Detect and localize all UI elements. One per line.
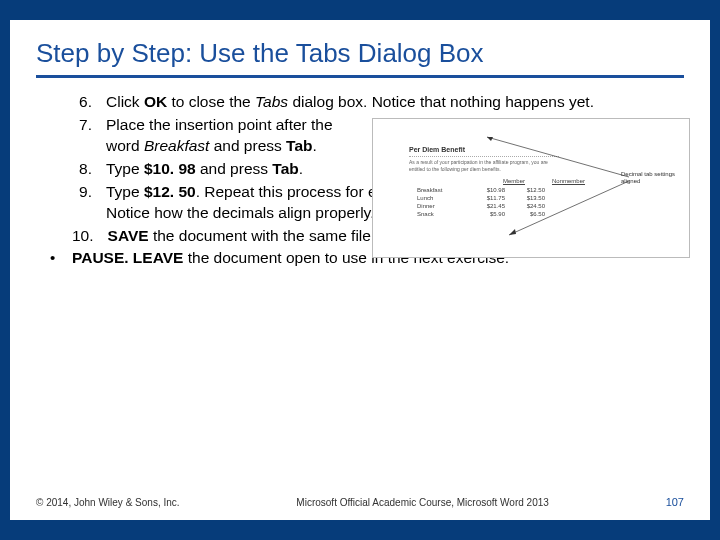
step-text: Click OK to close the Tabs dialog box. N… xyxy=(106,92,684,113)
table-row: Dinner$21.45$24.50 xyxy=(417,202,683,210)
footer: © 2014, John Wiley & Sons, Inc. Microsof… xyxy=(36,496,684,508)
figure-subtext: As a result of your participation in the… xyxy=(409,156,559,173)
figure: Per Diem Benefit As a result of your par… xyxy=(372,118,690,258)
step-number: 7. xyxy=(72,115,106,157)
slide-body: 6.Click OK to close the Tabs dialog box.… xyxy=(36,92,684,269)
figure-title: Per Diem Benefit xyxy=(409,145,683,154)
col-member: Member xyxy=(485,177,525,185)
step-number: 8. xyxy=(72,159,106,180)
copyright: © 2014, John Wiley & Sons, Inc. xyxy=(36,497,180,508)
step-number: 6. xyxy=(72,92,106,113)
slide-title: Step by Step: Use the Tabs Dialog Box xyxy=(36,38,684,78)
table-row: Lunch$11.75$13.50 xyxy=(417,194,683,202)
slide: Step by Step: Use the Tabs Dialog Box 6.… xyxy=(10,20,710,520)
svg-marker-3 xyxy=(509,229,516,235)
table-row: Snack$5.90$6.50 xyxy=(417,210,683,218)
step-item: 6.Click OK to close the Tabs dialog box.… xyxy=(72,92,684,113)
step-text: Type $10. 98 and press Tab. xyxy=(106,159,336,180)
table-row: Breakfast$10.98$12.50 xyxy=(417,186,683,194)
course-name: Microsoft Official Academic Course, Micr… xyxy=(296,497,549,508)
col-nonmember: Nonmember xyxy=(545,177,585,185)
step-number: 10. xyxy=(72,226,108,247)
figure-callout: Decimal tab settings aligned xyxy=(621,171,679,184)
step-number: 9. xyxy=(72,182,106,224)
page-number: 107 xyxy=(666,496,684,508)
bullet-icon: • xyxy=(50,248,72,269)
step-text: Place the insertion point after the word… xyxy=(106,115,336,157)
svg-marker-1 xyxy=(487,137,493,141)
